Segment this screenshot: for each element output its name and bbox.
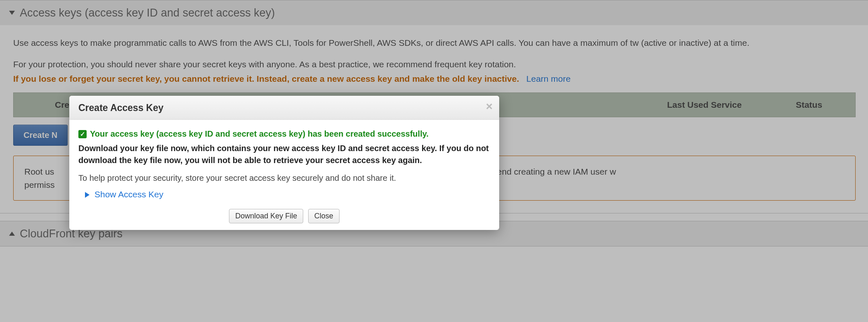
caret-right-icon bbox=[85, 192, 90, 198]
download-key-file-button[interactable]: Download Key File bbox=[229, 209, 303, 223]
success-message: ✓Your access key (access key ID and secr… bbox=[78, 128, 490, 140]
modal-title: Create Access Key bbox=[78, 102, 163, 113]
modal-header: Create Access Key × bbox=[69, 96, 499, 120]
store-note-text: To help protect your security, store you… bbox=[78, 172, 490, 184]
download-warning-text: Download your key file now, which contai… bbox=[78, 142, 490, 166]
modal-body: ✓Your access key (access key ID and secr… bbox=[69, 120, 499, 206]
close-button[interactable]: Close bbox=[308, 209, 340, 223]
modal-footer: Download Key File Close bbox=[69, 206, 499, 230]
show-access-key-toggle[interactable]: Show Access Key bbox=[81, 188, 490, 201]
check-icon: ✓ bbox=[78, 130, 87, 138]
close-icon[interactable]: × bbox=[486, 101, 493, 112]
create-access-key-modal: Create Access Key × ✓Your access key (ac… bbox=[69, 96, 499, 230]
